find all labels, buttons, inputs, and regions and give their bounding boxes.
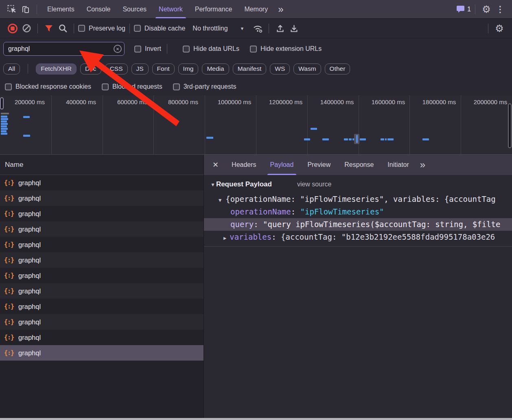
clear-network-log-button[interactable] — [20, 22, 33, 35]
hide-extension-urls-checkbox[interactable]: Hide extension URLs — [250, 45, 322, 52]
payload-value: {accountTag: "b12e3b2192ee5588fdad995178… — [281, 232, 495, 241]
record-network-log-button[interactable] — [6, 22, 20, 35]
chip-fetch-xhr[interactable]: Fetch/XHR — [36, 63, 77, 74]
request-name: graphql — [18, 318, 41, 326]
request-row[interactable]: {:}graphql — [0, 268, 203, 283]
payload-section-title: Request Payload — [216, 180, 272, 188]
export-har-button[interactable] — [287, 22, 301, 35]
three-dots-icon: ⋮ — [496, 5, 505, 13]
gear-icon: ⚙ — [495, 24, 504, 33]
clear-filter-button[interactable]: ✕ — [114, 45, 122, 53]
payload-row-query[interactable]: query: "query ipFlowTimeseries($accountT… — [204, 218, 512, 231]
payload-root-row[interactable]: ▼{operationName: "ipFlowTimeseries", var… — [204, 193, 512, 206]
payload-preview-text: {operationName: "ipFlowTimeseries", vari… — [225, 195, 495, 203]
settings-button[interactable]: ⚙ — [479, 2, 493, 16]
disable-cache-checkbox[interactable]: Disable cache — [134, 25, 186, 32]
inspect-element-button[interactable] — [5, 2, 19, 16]
detail-tab-response[interactable]: Response — [337, 155, 381, 175]
waterfall-bar — [1, 113, 9, 114]
request-row[interactable]: {:}graphql — [0, 252, 203, 268]
request-row[interactable]: {:}graphql — [0, 190, 203, 206]
payload-tree-rows: operationName: "ipFlowTimeseries"query: … — [204, 206, 512, 243]
blocked-requests-label: Blocked requests — [112, 83, 162, 90]
dropdown-caret-icon: ▼ — [240, 26, 245, 31]
preserve-log-checkbox[interactable]: Preserve log — [78, 25, 125, 32]
request-row[interactable]: {:}graphql — [0, 206, 203, 221]
invert-checkbox[interactable]: Invert — [134, 45, 161, 52]
chip-wasm[interactable]: Wasm — [293, 63, 321, 74]
hide-data-urls-checkbox[interactable]: Hide data URLs — [183, 45, 239, 52]
disable-cache-label: Disable cache — [144, 25, 186, 32]
request-name: graphql — [18, 210, 41, 218]
name-column-header[interactable]: Name — [0, 155, 203, 175]
throttling-select[interactable]: No throttling ▼ — [193, 25, 244, 32]
divider — [167, 44, 167, 54]
detail-tab-preview[interactable]: Preview — [300, 155, 337, 175]
blocked-requests-checkbox[interactable]: Blocked requests — [102, 83, 162, 90]
request-row[interactable]: {:}graphql — [0, 175, 203, 190]
request-row[interactable]: {:}graphql — [0, 237, 203, 252]
chip-css[interactable]: CSS — [105, 63, 128, 74]
tab-elements[interactable]: Elements — [41, 0, 81, 18]
devtools-window: ElementsConsoleSourcesNetworkPerformance… — [0, 0, 512, 420]
close-detail-icon[interactable]: ✕ — [206, 160, 225, 169]
more-detail-tabs-icon[interactable]: » — [416, 160, 429, 170]
view-source-link[interactable]: view source — [297, 181, 331, 188]
filter-button[interactable] — [42, 22, 56, 35]
waterfall-bar — [360, 138, 366, 140]
device-toolbar-icon — [21, 5, 31, 14]
request-row[interactable]: {:}graphql — [0, 221, 203, 237]
chip-media[interactable]: Media — [202, 63, 229, 74]
detail-tab-headers[interactable]: Headers — [225, 155, 263, 175]
chip-font[interactable]: Font — [152, 63, 175, 74]
network-toolbar: Preserve log Disable cache No throttling… — [0, 19, 512, 38]
import-har-button[interactable] — [273, 22, 287, 35]
chip-ws[interactable]: WS — [270, 63, 290, 74]
console-messages-badge[interactable]: 1 — [456, 2, 471, 16]
hide-data-urls-label: Hide data URLs — [193, 45, 239, 52]
colon: : — [291, 207, 300, 216]
more-tabs-icon[interactable]: » — [274, 4, 287, 14]
network-settings-button[interactable]: ⚙ — [492, 22, 506, 35]
request-row[interactable]: {:}graphql — [0, 345, 203, 361]
fetch-xhr-icon: {:} — [4, 272, 14, 279]
payload-row-variables[interactable]: ▶variables: {accountTag: "b12e3b2192ee55… — [204, 231, 512, 243]
request-name: graphql — [18, 179, 41, 187]
tab-console[interactable]: Console — [81, 0, 117, 18]
network-conditions-button[interactable] — [251, 22, 265, 35]
request-row[interactable]: {:}graphql — [0, 314, 203, 330]
network-overview-timeline[interactable]: 200000 ms400000 ms600000 ms800000 ms1000… — [0, 95, 512, 155]
section-twisty-icon[interactable]: ▼ — [210, 182, 215, 188]
overview-right-handle[interactable] — [508, 103, 512, 148]
tab-memory[interactable]: Memory — [238, 0, 274, 18]
tab-network[interactable]: Network — [153, 0, 189, 18]
waterfall-bar — [387, 138, 394, 140]
3rd-party-requests-checkbox[interactable]: 3rd-party requests — [173, 83, 236, 90]
chip-all[interactable]: All — [3, 63, 20, 74]
blocked-response-cookies-label: Blocked response cookies — [15, 83, 91, 90]
payload-row-operationname[interactable]: operationName: "ipFlowTimeseries" — [204, 206, 512, 218]
search-button[interactable] — [56, 22, 70, 35]
request-row[interactable]: {:}graphql — [0, 283, 203, 299]
network-filter-input[interactable] — [3, 42, 125, 56]
twisty-closed-icon: ▶ — [223, 235, 226, 241]
chip-manifest[interactable]: Manifest — [233, 63, 267, 74]
device-toolbar-button[interactable] — [19, 2, 33, 16]
overview-left-handle[interactable] — [0, 97, 4, 109]
tab-performance[interactable]: Performance — [189, 0, 238, 18]
request-row[interactable]: {:}graphql — [0, 330, 203, 345]
request-rows: {:}graphql{:}graphql{:}graphql{:}graphql… — [0, 175, 203, 420]
chip-js[interactable]: JS — [131, 63, 149, 74]
detail-tab-payload[interactable]: Payload — [263, 155, 301, 175]
detail-tab-initiator[interactable]: Initiator — [381, 155, 416, 175]
request-row[interactable]: {:}graphql — [0, 299, 203, 314]
chip-other[interactable]: Other — [325, 63, 350, 74]
chip-img[interactable]: Img — [178, 63, 199, 74]
divider — [37, 4, 37, 14]
chip-doc[interactable]: Doc — [80, 63, 101, 74]
main-menu-button[interactable]: ⋮ — [493, 2, 507, 16]
detail-tabs: HeadersPayloadPreviewResponseInitiator — [225, 155, 416, 175]
speech-bubble-icon — [456, 5, 465, 13]
tab-sources[interactable]: Sources — [116, 0, 153, 18]
blocked-response-cookies-checkbox[interactable]: Blocked response cookies — [5, 83, 91, 90]
